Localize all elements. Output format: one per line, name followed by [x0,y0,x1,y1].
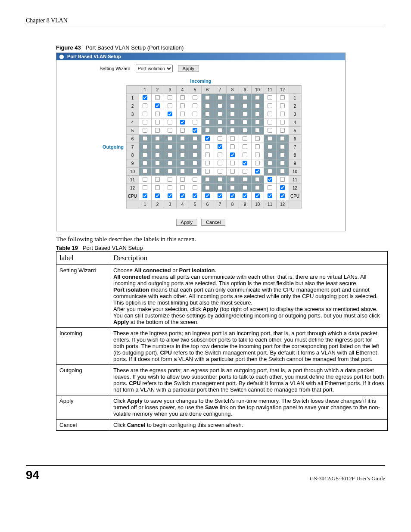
vlan-checkbox[interactable] [168,193,172,198]
vlan-checkbox[interactable] [193,161,197,165]
vlan-checkbox[interactable] [230,185,235,190]
vlan-checkbox[interactable] [205,128,210,133]
vlan-checkbox[interactable] [268,112,272,116]
vlan-checkbox[interactable] [155,169,160,174]
vlan-checkbox[interactable] [193,185,197,190]
vlan-checkbox[interactable] [218,177,222,182]
vlan-checkbox[interactable] [155,152,160,157]
vlan-checkbox[interactable] [143,177,147,182]
vlan-checkbox[interactable] [280,177,285,182]
vlan-checkbox[interactable] [168,128,172,133]
vlan-checkbox[interactable] [193,128,197,133]
vlan-checkbox[interactable] [243,185,247,190]
vlan-checkbox[interactable] [218,128,222,133]
vlan-checkbox[interactable] [218,112,222,116]
vlan-checkbox[interactable] [193,177,197,182]
vlan-checkbox[interactable] [243,120,247,124]
vlan-checkbox[interactable] [280,112,285,116]
vlan-checkbox[interactable] [180,177,185,182]
vlan-checkbox[interactable] [155,185,160,190]
vlan-checkbox[interactable] [143,193,147,198]
vlan-checkbox[interactable] [280,152,285,157]
vlan-checkbox[interactable] [268,144,272,149]
vlan-checkbox[interactable] [168,136,172,141]
vlan-checkbox[interactable] [243,103,247,108]
vlan-checkbox[interactable] [255,152,260,157]
vlan-checkbox[interactable] [255,193,260,198]
vlan-checkbox[interactable] [230,193,235,198]
vlan-checkbox[interactable] [243,128,247,133]
wizard-select[interactable]: Port isolation [136,65,173,72]
apply-top-button[interactable]: Apply [178,65,199,72]
vlan-checkbox[interactable] [255,161,260,165]
vlan-checkbox[interactable] [168,144,172,149]
vlan-checkbox[interactable] [255,120,260,124]
vlan-checkbox[interactable] [243,169,247,174]
vlan-checkbox[interactable] [243,177,247,182]
vlan-checkbox[interactable] [218,185,222,190]
vlan-checkbox[interactable] [193,193,197,198]
vlan-checkbox[interactable] [218,95,222,100]
vlan-checkbox[interactable] [168,161,172,165]
vlan-checkbox[interactable] [255,136,260,141]
vlan-checkbox[interactable] [180,161,185,165]
vlan-checkbox[interactable] [168,177,172,182]
vlan-checkbox[interactable] [243,161,247,165]
vlan-checkbox[interactable] [280,185,285,190]
vlan-checkbox[interactable] [143,136,147,141]
vlan-checkbox[interactable] [155,161,160,165]
vlan-checkbox[interactable] [268,136,272,141]
vlan-checkbox[interactable] [205,177,210,182]
vlan-checkbox[interactable] [268,161,272,165]
vlan-checkbox[interactable] [180,152,185,157]
vlan-checkbox[interactable] [243,193,247,198]
vlan-checkbox[interactable] [143,120,147,124]
vlan-checkbox[interactable] [193,152,197,157]
vlan-checkbox[interactable] [255,144,260,149]
vlan-checkbox[interactable] [268,177,272,182]
vlan-checkbox[interactable] [143,128,147,133]
vlan-checkbox[interactable] [280,103,285,108]
vlan-checkbox[interactable] [255,112,260,116]
vlan-checkbox[interactable] [180,120,185,124]
vlan-checkbox[interactable] [205,144,210,149]
vlan-checkbox[interactable] [180,193,185,198]
vlan-checkbox[interactable] [143,103,147,108]
vlan-checkbox[interactable] [143,95,147,100]
vlan-checkbox[interactable] [180,144,185,149]
vlan-checkbox[interactable] [155,136,160,141]
vlan-checkbox[interactable] [230,177,235,182]
vlan-checkbox[interactable] [243,112,247,116]
vlan-checkbox[interactable] [280,120,285,124]
vlan-checkbox[interactable] [268,103,272,108]
vlan-checkbox[interactable] [243,152,247,157]
vlan-checkbox[interactable] [230,152,235,157]
vlan-checkbox[interactable] [230,128,235,133]
vlan-checkbox[interactable] [218,161,222,165]
vlan-checkbox[interactable] [255,95,260,100]
vlan-checkbox[interactable] [205,185,210,190]
vlan-checkbox[interactable] [205,193,210,198]
vlan-checkbox[interactable] [230,144,235,149]
vlan-checkbox[interactable] [193,103,197,108]
vlan-checkbox[interactable] [280,144,285,149]
vlan-checkbox[interactable] [143,152,147,157]
vlan-checkbox[interactable] [205,112,210,116]
vlan-checkbox[interactable] [205,136,210,141]
vlan-checkbox[interactable] [155,95,160,100]
vlan-checkbox[interactable] [218,103,222,108]
vlan-checkbox[interactable] [193,95,197,100]
vlan-checkbox[interactable] [268,120,272,124]
vlan-checkbox[interactable] [193,120,197,124]
vlan-checkbox[interactable] [218,193,222,198]
vlan-checkbox[interactable] [268,169,272,174]
vlan-checkbox[interactable] [218,169,222,174]
vlan-checkbox[interactable] [230,95,235,100]
vlan-checkbox[interactable] [205,161,210,165]
vlan-checkbox[interactable] [268,152,272,157]
vlan-checkbox[interactable] [255,177,260,182]
vlan-checkbox[interactable] [168,169,172,174]
vlan-checkbox[interactable] [168,152,172,157]
vlan-checkbox[interactable] [230,120,235,124]
vlan-checkbox[interactable] [143,169,147,174]
